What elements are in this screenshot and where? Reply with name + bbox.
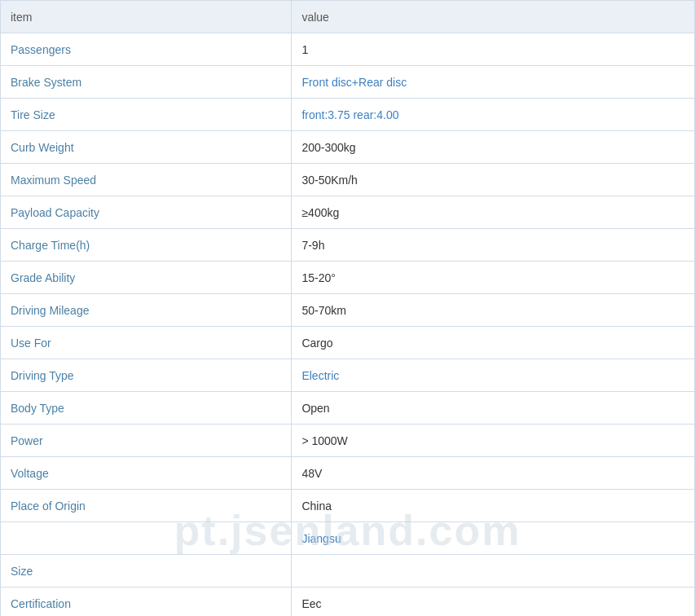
- item-cell: Use For: [1, 327, 292, 359]
- item-cell: Voltage: [1, 457, 292, 489]
- value-cell: 1: [292, 33, 694, 65]
- value-cell: 30-50Km/h: [292, 164, 694, 196]
- value-cell: 48V: [292, 457, 694, 489]
- value-cell: > 1000W: [292, 425, 694, 456]
- value-cell: Eec: [292, 587, 694, 616]
- value-cell: 7-9h: [292, 229, 694, 261]
- header-item-label: item: [11, 11, 32, 24]
- header-value-cell: value: [292, 1, 694, 33]
- item-cell: Grade Ability: [1, 262, 292, 293]
- table-row: Size: [1, 555, 694, 587]
- table-row: Maximum Speed30-50Km/h: [1, 164, 694, 196]
- header-item-cell: item: [1, 1, 292, 33]
- value-cell: front:3.75 rear:4.00: [292, 99, 694, 130]
- item-cell: Place of Origin: [1, 490, 292, 521]
- item-cell: Certification: [1, 587, 292, 616]
- item-cell: Power: [1, 425, 292, 456]
- value-cell: 200-300kg: [292, 131, 694, 163]
- table-row: Use ForCargo: [1, 327, 694, 359]
- item-cell: Body Type: [1, 392, 292, 424]
- item-cell: Maximum Speed: [1, 164, 292, 196]
- item-cell: Charge Time(h): [1, 229, 292, 261]
- table-row: Charge Time(h)7-9h: [1, 229, 694, 262]
- item-cell: Curb Weight: [1, 131, 292, 163]
- table-row: Jiangsu: [1, 522, 694, 555]
- table-row: Payload Capacity≥400kg: [1, 196, 694, 229]
- table-row: Tire Sizefront:3.75 rear:4.00: [1, 99, 694, 131]
- specs-table: item value Passengers1Brake SystemFront …: [0, 0, 695, 616]
- value-cell: [292, 555, 694, 587]
- value-cell: ≥400kg: [292, 196, 694, 228]
- table-row: Brake SystemFront disc+Rear disc: [1, 66, 694, 99]
- item-cell: Payload Capacity: [1, 196, 292, 228]
- table-row: CertificationEec: [1, 587, 694, 616]
- item-cell: Driving Type: [1, 359, 292, 391]
- table-row: Power> 1000W: [1, 425, 694, 457]
- item-cell: Brake System: [1, 66, 292, 98]
- item-cell: Passengers: [1, 33, 292, 65]
- value-cell: Electric: [292, 359, 694, 391]
- header-value-label: value: [301, 11, 328, 24]
- table-row: Grade Ability15-20°: [1, 262, 694, 294]
- table-row: Driving Mileage50-70km: [1, 294, 694, 327]
- item-cell: Tire Size: [1, 99, 292, 130]
- value-cell: Jiangsu: [292, 522, 694, 554]
- value-cell: China: [292, 490, 694, 521]
- value-cell: 15-20°: [292, 262, 694, 293]
- table-row: Place of OriginChina: [1, 490, 694, 522]
- value-cell: Front disc+Rear disc: [292, 66, 694, 98]
- item-cell: Size: [1, 555, 292, 587]
- value-cell: Cargo: [292, 327, 694, 359]
- value-cell: 50-70km: [292, 294, 694, 326]
- table-row: Curb Weight200-300kg: [1, 131, 694, 164]
- table-header-row: item value: [1, 1, 694, 33]
- item-cell: [1, 522, 292, 554]
- value-cell: Open: [292, 392, 694, 424]
- table-row: Body TypeOpen: [1, 392, 694, 425]
- item-cell: Driving Mileage: [1, 294, 292, 326]
- table-row: Passengers1: [1, 33, 694, 66]
- table-row: Driving TypeElectric: [1, 359, 694, 392]
- table-row: Voltage48V: [1, 457, 694, 490]
